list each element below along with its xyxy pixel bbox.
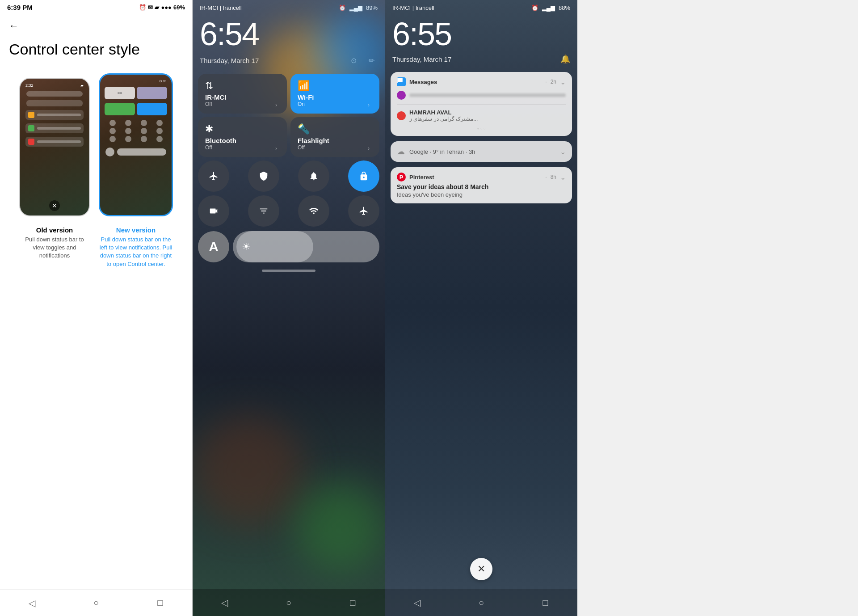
right-panel: IR-MCI | Irancell ⏰ ▂▄▆ 88% 6:55 Thursda… — [385, 0, 577, 616]
pinterest-time-val: 8h — [551, 174, 556, 180]
bluetooth-name: Bluetooth — [205, 137, 280, 144]
old-phone-mock: 2:32 ▰ ✕ — [19, 78, 90, 216]
old-list-3 — [25, 137, 84, 147]
weather-text: Google · 9° in Tehran · 3h — [409, 148, 555, 155]
old-list-1 — [25, 110, 84, 120]
hamrah-body: مشترک گرامی در سفرهای ز... — [409, 116, 566, 122]
right-notif-icon[interactable]: 🔔 — [560, 54, 570, 64]
bg-blob-green — [295, 482, 385, 571]
edit-icon[interactable]: ✏ — [365, 54, 378, 67]
nav-home-mid[interactable]: ○ — [280, 594, 298, 612]
new-tile-blue — [137, 103, 167, 115]
flashlight-icon: 🔦 — [298, 123, 372, 135]
dot-8 — [156, 128, 163, 134]
equalizer-btn[interactable] — [248, 195, 279, 227]
weather-icon: ☁ — [397, 147, 405, 156]
left-panel: 6:39 PM ⏰ ✉ ▰ ●●● 69% ← Control center s… — [0, 0, 192, 616]
brightness-row: A ☀ — [193, 231, 385, 262]
messages-time-val: 2h — [551, 79, 556, 85]
nav-recent-left[interactable]: □ — [151, 594, 169, 612]
nav-recent-mid[interactable]: □ — [344, 594, 362, 612]
nav-back-left[interactable]: ◁ — [23, 594, 41, 612]
nav-home-left[interactable]: ○ — [87, 594, 105, 612]
close-button[interactable]: ✕ — [470, 558, 492, 580]
new-phone-mock: ⊙ ✏ ≡≡ — [99, 73, 173, 216]
dot-5 — [109, 128, 116, 134]
back-button[interactable]: ← — [0, 15, 192, 37]
pinterest-title: Save your ideas about 8 March — [397, 183, 566, 190]
ir-mci-name: IR-MCI — [205, 93, 280, 101]
pinterest-card[interactable]: P Pinterest · 8h ⌄ Save your ideas about… — [391, 167, 572, 203]
old-dot-3 — [28, 139, 34, 145]
bell-btn[interactable] — [298, 160, 329, 192]
right-battery: 88% — [559, 4, 570, 11]
home-indicator — [262, 270, 315, 272]
lock-btn[interactable] — [348, 160, 379, 192]
pinterest-time: · — [545, 174, 547, 180]
new-tile-white2 — [137, 87, 167, 99]
dot-9 — [109, 136, 116, 142]
old-line-2 — [37, 127, 81, 130]
ir-mci-arrow: › — [275, 102, 282, 109]
phones-labels: Old version Pull down status bar to view… — [0, 221, 192, 274]
flashlight-status: Off — [298, 144, 372, 151]
mid-time: 6:54 — [193, 14, 385, 54]
new-phone-icons: ⊙ ✏ — [159, 79, 166, 83]
right-signal: ▂▄▆ — [542, 4, 555, 11]
nav-home-right[interactable]: ○ — [472, 594, 490, 612]
mid-signal: ▂▄▆ — [349, 4, 362, 11]
pinterest-body: Ideas you've been eyeing — [397, 191, 566, 198]
wifi-btn[interactable] — [298, 195, 329, 227]
battery-icon: ▰ — [155, 4, 159, 11]
bt-arrow: › — [275, 145, 282, 152]
dot-12 — [156, 136, 163, 142]
lock-screen-icon[interactable]: ⊙ — [347, 54, 360, 67]
left-status-icons: ⏰ ✉ ▰ ●●● 69% — [139, 4, 185, 11]
weather-card[interactable]: ☁ Google · 9° in Tehran · 3h ⌄ — [391, 141, 572, 162]
wifi-tile[interactable]: 📶 Wi-Fi On › — [290, 74, 379, 114]
left-nav: ◁ ○ □ — [0, 589, 192, 616]
contact-row — [397, 89, 566, 101]
nav-recent-right[interactable]: □ — [536, 594, 554, 612]
new-tile-white: ≡≡ — [105, 87, 135, 99]
bluetooth-tile[interactable]: ✱ Bluetooth Off › — [198, 117, 287, 157]
icon-row-2 — [198, 195, 379, 227]
alarm-icon: ⏰ — [139, 4, 146, 11]
right-alarm-icon: ⏰ — [531, 4, 538, 11]
old-version-title: Old version — [19, 226, 90, 234]
dot-3 — [141, 120, 147, 126]
messages-notif-card[interactable]: Messages · 2h ⌄ HAMRAH AVAL مشترک گرامی … — [391, 72, 572, 136]
dot-11 — [141, 136, 147, 142]
bluetooth-status: Off — [205, 144, 280, 151]
new-rect — [117, 148, 166, 156]
left-time: 6:39 PM — [7, 4, 33, 11]
old-close-btn[interactable]: ✕ — [49, 200, 60, 211]
nav-back-right[interactable]: ◁ — [408, 594, 426, 612]
middle-panel: IR-MCI | Irancell ⏰ ▂▄▆ 89% 6:54 Thursda… — [193, 0, 385, 616]
mid-carrier: IR-MCI | Irancell — [200, 4, 242, 11]
right-status-bar: IR-MCI | Irancell ⏰ ▂▄▆ 88% — [385, 0, 577, 14]
mid-date: Thursday, March 17 — [200, 57, 259, 64]
control-grid: ⇅ IR-MCI Off › 📶 Wi-Fi On › ✱ Bluetooth … — [193, 74, 385, 227]
font-btn[interactable]: A — [198, 231, 229, 262]
camera-btn[interactable] — [198, 195, 229, 227]
right-status-right: ⏰ ▂▄▆ 88% — [531, 4, 570, 11]
hamrah-name: HAMRAH AVAL — [409, 109, 566, 116]
dot-6 — [125, 128, 131, 134]
wifi-icon: 📶 — [298, 80, 372, 92]
new-mid-tiles — [105, 103, 167, 115]
new-version-title: New version — [99, 226, 173, 234]
bluetooth-icon: ✱ — [205, 123, 280, 135]
brightness-slider[interactable]: ☀ — [233, 231, 379, 262]
right-carrier: IR-MCI | Irancell — [392, 4, 434, 11]
ir-mci-tile[interactable]: ⇅ IR-MCI Off › — [198, 74, 287, 114]
airplane-btn-2[interactable] — [348, 195, 379, 227]
messages-chevron: ⌄ — [560, 78, 566, 86]
nav-back-mid[interactable]: ◁ — [216, 594, 234, 612]
bg-blob-brown — [193, 415, 304, 527]
shield-btn[interactable] — [248, 160, 279, 192]
new-circle — [105, 148, 114, 156]
airplane-btn[interactable] — [198, 160, 229, 192]
flashlight-tile[interactable]: 🔦 Flashlight Off › — [290, 117, 379, 157]
old-version-desc: Pull down status bar to view toggles and… — [19, 236, 90, 260]
